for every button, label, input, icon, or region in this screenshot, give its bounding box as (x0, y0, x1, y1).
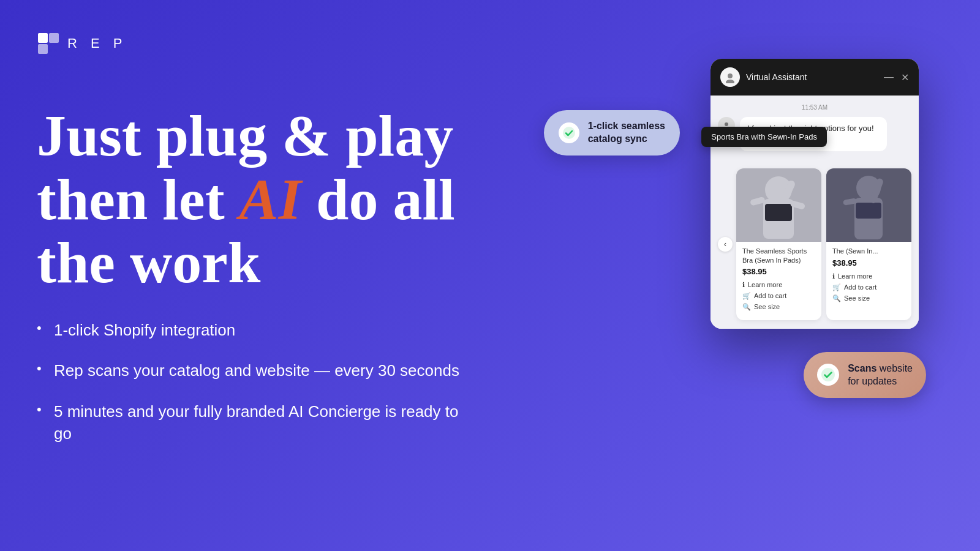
product-2-info: The (Sewn In... $38.95 ℹ Learn more 🛒 Ad… (826, 242, 911, 311)
chat-avatar (720, 67, 740, 87)
catalog-sync-text: 1-click seamless catalog sync (588, 120, 665, 146)
feature-item-3: 5 minutes and your fully branded AI Conc… (37, 400, 478, 445)
add-to-cart-btn-2[interactable]: 🛒 Add to cart (832, 283, 905, 291)
feature-item-1: 1-click Shopify integration (37, 319, 478, 341)
svg-point-3 (563, 127, 575, 139)
chat-window-controls: — ✕ (884, 72, 909, 83)
svg-point-21 (821, 368, 835, 381)
product-tag-badge: Sports Bra with Sewn-In Pads (701, 127, 827, 147)
search-icon-1: 🔍 (742, 303, 751, 311)
product-card-2: The (Sewn In... $38.95 ℹ Learn more 🛒 Ad… (826, 168, 911, 320)
svg-rect-2 (38, 44, 48, 54)
hero-line3: the work (37, 230, 260, 295)
logo-text: R E P (67, 36, 127, 51)
product-2-price: $38.95 (832, 258, 905, 268)
cart-icon-2: 🛒 (832, 283, 841, 291)
logo: R E P (37, 32, 127, 55)
product-cards-area: ‹ (710, 168, 919, 329)
close-button[interactable]: ✕ (901, 72, 909, 83)
cart-icon-1: 🛒 (742, 292, 751, 300)
product-image-2 (826, 168, 911, 242)
see-size-btn-1[interactable]: 🔍 See size (742, 303, 815, 311)
product-1-price: $38.95 (742, 267, 815, 276)
feature-item-2: Rep scans your catalog and website — eve… (37, 359, 478, 381)
product-2-name: The (Sewn In... (832, 247, 905, 255)
add-to-cart-btn-1[interactable]: 🛒 Add to cart (742, 292, 815, 300)
svg-rect-1 (49, 33, 59, 43)
product-cards-list: The Seamless Sports Bra (Sewn In Pads) $… (736, 168, 911, 320)
svg-rect-0 (38, 33, 48, 43)
see-size-btn-2[interactable]: 🔍 See size (832, 294, 905, 302)
learn-more-btn-2[interactable]: ℹ Learn more (832, 272, 905, 280)
product-1-name: The Seamless Sports Bra (Sewn In Pads) (742, 247, 815, 264)
check-circle-icon (559, 122, 579, 143)
feature-list: 1-click Shopify integration Rep scans yo… (37, 319, 478, 445)
svg-point-6 (725, 122, 728, 126)
learn-more-btn-1[interactable]: ℹ Learn more (742, 281, 815, 289)
scans-website-badge: Scans websitefor updates (804, 352, 926, 398)
svg-rect-18 (856, 203, 881, 219)
product-1-info: The Seamless Sports Bra (Sewn In Pads) $… (736, 242, 821, 320)
hero-line2-prefix: then let (37, 167, 239, 232)
chat-window: Virtual Assistant — ✕ 11:53 AM I found j… (710, 59, 919, 329)
hero-section: Just plug & play then let AI do all the … (37, 104, 478, 445)
search-icon-2: 🔍 (832, 294, 841, 302)
scans-website-text: Scans websitefor updates (848, 362, 913, 388)
svg-point-4 (728, 73, 733, 78)
svg-point-5 (726, 80, 734, 83)
product-image-1 (736, 168, 821, 242)
info-icon-2: ℹ (832, 272, 835, 280)
product-card-1: The Seamless Sports Bra (Sewn In Pads) $… (736, 168, 821, 320)
info-icon-1: ℹ (742, 281, 745, 289)
rep-logo-icon (37, 32, 60, 55)
hero-ai-word: AI (239, 167, 301, 232)
chat-timestamp: 11:53 AM (718, 104, 911, 111)
scans-check-icon (817, 364, 839, 386)
chat-titlebar: Virtual Assistant — ✕ (710, 59, 919, 96)
minimize-button[interactable]: — (884, 72, 894, 83)
chat-title-label: Virtual Assistant (746, 72, 878, 82)
catalog-sync-badge: 1-click seamless catalog sync (544, 110, 680, 156)
hero-line1: Just plug & play (37, 103, 453, 168)
hero-heading: Just plug & play then let AI do all the … (37, 104, 478, 294)
svg-rect-11 (765, 204, 792, 221)
prev-arrow-button[interactable]: ‹ (718, 237, 733, 252)
hero-line2-suffix: do all (301, 167, 455, 232)
